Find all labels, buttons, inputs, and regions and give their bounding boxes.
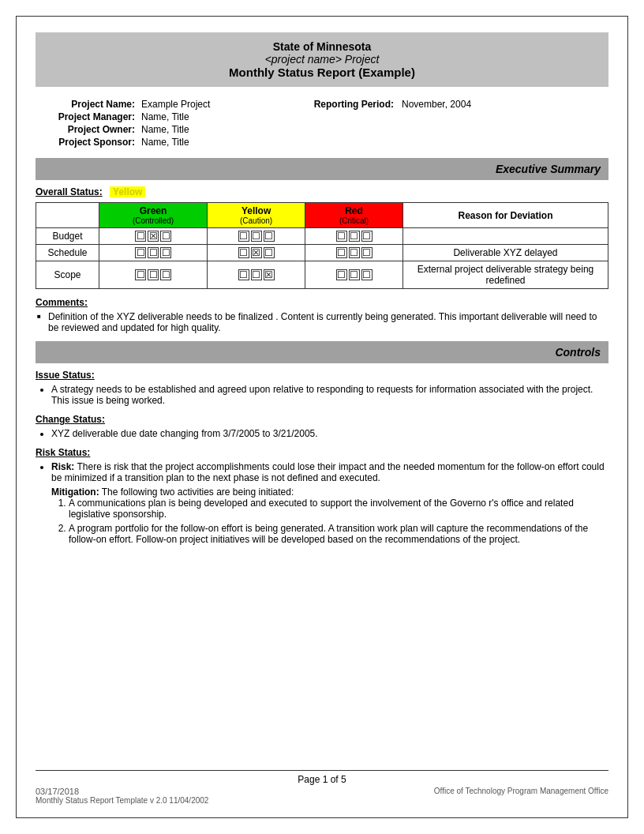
mitigation-item: A program portfolio for the follow-on ef… [69, 523, 608, 545]
project-owner-label: Project Owner: [36, 123, 138, 136]
status-row-label: Budget [36, 228, 99, 245]
status-row-yellow [208, 261, 305, 289]
status-row-yellow [208, 245, 305, 261]
project-sponsor-label: Project Sponsor: [36, 136, 138, 148]
comments-section: Comments: Definition of the XYZ delivera… [36, 297, 608, 333]
mitigation-block: Mitigation: The following two activities… [51, 486, 608, 545]
mitigation-bold: Mitigation: [51, 486, 99, 498]
header-title3: Monthly Status Report (Example) [42, 66, 602, 79]
risk-bold: Risk: [51, 461, 74, 472]
issue-item: A strategy needs to be established and a… [51, 384, 608, 406]
status-row-label: Schedule [36, 245, 99, 261]
overall-status-value: Yellow [110, 186, 145, 197]
risk-list: Risk: There is risk that the project acc… [36, 461, 608, 483]
project-name-value: Example Project [138, 98, 296, 111]
comment-item: Definition of the XYZ deliverable needs … [48, 311, 608, 333]
footer-left: 03/17/2018 Monthly Status Report Templat… [36, 787, 208, 805]
controls-section: Issue Status: A strategy needs to be est… [36, 370, 608, 545]
page: State of Minnesota <project name> Projec… [16, 16, 628, 818]
status-row-green [99, 261, 208, 289]
header-title1: State of Minnesota [42, 40, 602, 53]
project-sponsor-value: Name, Title [138, 136, 296, 148]
executive-summary-header: Executive Summary [36, 158, 608, 180]
comments-label: Comments: [36, 297, 608, 308]
footer-date: 03/17/2018 [36, 787, 208, 796]
risk-status-section: Risk Status: Risk: There is risk that th… [36, 447, 608, 545]
mitigation-item: A communications plan is being developed… [69, 498, 608, 520]
change-status-section: Change Status: XYZ deliverable due date … [36, 414, 608, 439]
change-list: XYZ deliverable due date changing from 3… [36, 428, 608, 439]
status-row-red [305, 261, 403, 289]
status-row-reason [403, 228, 608, 245]
status-row-red [305, 228, 403, 245]
project-name-label: Project Name: [36, 98, 138, 111]
project-manager-value: Name, Title [138, 111, 296, 123]
status-row-reason: External project deliverable strategy be… [403, 261, 608, 289]
project-owner-value: Name, Title [138, 123, 296, 136]
project-info: Project Name: Example Project Reporting … [36, 95, 608, 152]
risk-status-label: Risk Status: [36, 447, 608, 458]
footer-bottom: 03/17/2018 Monthly Status Report Templat… [36, 787, 608, 805]
issue-status-section: Issue Status: A strategy needs to be est… [36, 370, 608, 406]
footer-page-info: Page 1 of 5 [36, 774, 608, 785]
status-table-yellow-header: Yellow (Caution) [208, 203, 305, 228]
project-manager-label: Project Manager: [36, 111, 138, 123]
mitigation-list: A communications plan is being developed… [51, 498, 608, 545]
status-row-label: Scope [36, 261, 99, 289]
risk-item: Risk: There is risk that the project acc… [51, 461, 608, 483]
issue-list: A strategy needs to be established and a… [36, 384, 608, 406]
header-title2: <project name> Project [42, 53, 602, 66]
status-row-green [99, 245, 208, 261]
controls-header: Controls [36, 341, 608, 363]
reporting-period-value: November, 2004 [399, 98, 608, 111]
status-table-reason-header: Reason for Deviation [403, 203, 608, 228]
comments-list: Definition of the XYZ deliverable needs … [36, 311, 608, 333]
status-row-reason: Deliverable XYZ delayed [403, 245, 608, 261]
mitigation-intro-text: The following two activities are being i… [99, 486, 294, 498]
status-table-green-header: Green (Controlled) [99, 203, 208, 228]
risk-text: There is risk that the project accomplis… [51, 461, 605, 483]
status-row-green [99, 228, 208, 245]
status-row-red [305, 245, 403, 261]
issue-status-label: Issue Status: [36, 370, 608, 381]
footer-office: Office of Technology Program Management … [434, 787, 608, 805]
footer: Page 1 of 5 03/17/2018 Monthly Status Re… [36, 770, 608, 805]
header-section: State of Minnesota <project name> Projec… [36, 32, 608, 87]
reporting-period-label: Reporting Period: [296, 98, 399, 111]
status-table-empty-header [36, 203, 99, 228]
status-row-yellow [208, 228, 305, 245]
overall-status: Overall Status: Yellow [36, 186, 608, 197]
overall-status-label: Overall Status: [36, 186, 103, 197]
status-table: Green (Controlled) Yellow (Caution) Red … [36, 202, 608, 289]
mitigation-intro: Mitigation: The following two activities… [51, 486, 608, 498]
footer-template-info: Monthly Status Report Template v 2.0 11/… [36, 796, 208, 805]
change-item: XYZ deliverable due date changing from 3… [51, 428, 608, 439]
status-table-red-header: Red (Critical) [305, 203, 403, 228]
change-status-label: Change Status: [36, 414, 608, 425]
